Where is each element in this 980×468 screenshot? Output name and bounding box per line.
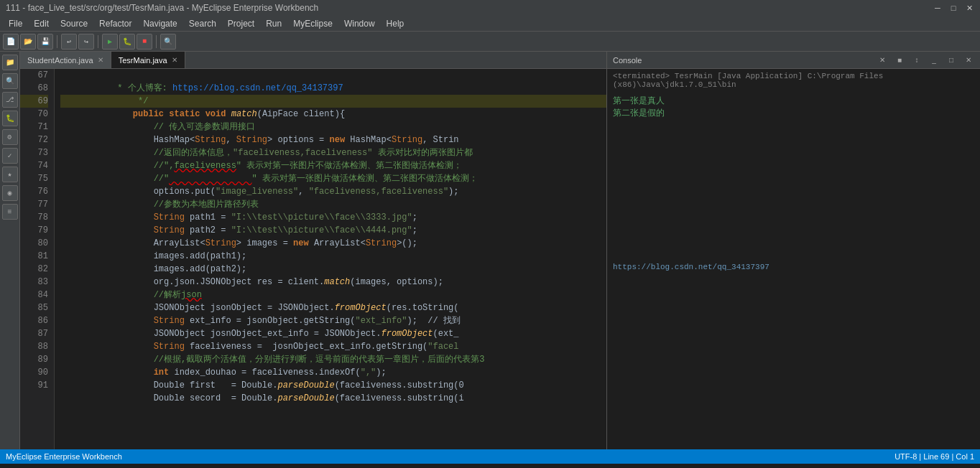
toolbar-debug[interactable]: 🐛 — [119, 34, 135, 50]
console-output-line1: 第一张是真人 — [613, 95, 974, 107]
menu-search[interactable]: Search — [183, 17, 222, 30]
console-close[interactable]: ✕ — [963, 55, 974, 66]
console-header: Console ✕ ■ ↕ _ □ ✕ — [607, 52, 980, 69]
tab-tesrmain[interactable]: TesrMain.java ✕ — [111, 52, 185, 68]
console-clear[interactable]: ✕ — [877, 55, 888, 66]
menu-source[interactable]: Source — [55, 17, 93, 30]
toolbar-sep3 — [156, 35, 157, 48]
code-line-67: * 个人博客: https://blog.csdn.net/qq_3413739… — [60, 69, 606, 82]
minimize-button[interactable]: ─ — [933, 3, 943, 13]
tab-close-studentaction[interactable]: ✕ — [98, 56, 103, 64]
console-url-area: https://blog.csdn.net/qq_34137397 — [613, 263, 974, 271]
close-button[interactable]: ✕ — [964, 3, 974, 13]
console-minimize[interactable]: _ — [928, 55, 940, 66]
editor-area: StudentAction.java ✕ TesrMain.java ✕ 67 … — [20, 52, 606, 449]
tab-label-tesrmain: TesrMain.java — [119, 56, 167, 65]
menu-project[interactable]: Project — [222, 17, 260, 30]
menu-myeclipse[interactable]: MyEclipse — [287, 17, 338, 30]
menu-window[interactable]: Window — [338, 17, 381, 30]
sidebar: 📁 🔍 ⎇ 🐛 ⚙ ✓ ★ ◉ ≡ — [0, 52, 20, 449]
toolbar-sep1 — [57, 35, 57, 48]
window-controls: ─ □ ✕ — [933, 3, 974, 13]
line-numbers: 67 68 69 70 71 72 73 74 75 76 77 78 79 8… — [20, 69, 55, 449]
sidebar-explorer[interactable]: 📁 — [2, 55, 18, 70]
console-stop[interactable]: ■ — [894, 55, 905, 66]
maximize-button[interactable]: □ — [948, 3, 958, 13]
console-terminated-text: <terminated> TesrMain [Java Application]… — [613, 72, 974, 89]
status-left: MyEclipse Enterprise Workbench — [6, 452, 122, 461]
main-area: 📁 🔍 ⎇ 🐛 ⚙ ✓ ★ ◉ ≡ StudentAction.java ✕ T… — [0, 52, 980, 449]
console-body: <terminated> TesrMain [Java Application]… — [607, 69, 980, 449]
toolbar-redo[interactable]: ↪ — [78, 34, 94, 50]
status-bar: MyEclipse Enterprise Workbench UTF-8 | L… — [0, 449, 980, 464]
sidebar-debug[interactable]: 🐛 — [2, 111, 18, 126]
toolbar-new[interactable]: 📄 — [3, 34, 19, 50]
console-output-area: 第一张是真人 第二张是假的 — [613, 95, 974, 119]
sidebar-extra1[interactable]: ◉ — [2, 185, 18, 201]
tab-label-studentaction: StudentAction.java — [27, 56, 93, 65]
sidebar-search[interactable]: 🔍 — [2, 73, 18, 89]
console-title: Console — [613, 56, 871, 65]
console-scroll[interactable]: ↕ — [911, 55, 923, 66]
sidebar-task[interactable]: ✓ — [2, 148, 18, 164]
code-content[interactable]: * 个人博客: https://blog.csdn.net/qq_3413739… — [55, 69, 606, 449]
menu-navigate[interactable]: Navigate — [137, 17, 182, 30]
tab-studentaction[interactable]: StudentAction.java ✕ — [20, 52, 111, 68]
sidebar-bookmark[interactable]: ★ — [2, 167, 18, 182]
sidebar-git[interactable]: ⎇ — [2, 92, 18, 108]
console-maximize[interactable]: □ — [946, 55, 957, 66]
sidebar-extra2[interactable]: ≡ — [2, 204, 18, 220]
toolbar-run[interactable]: ▶ — [102, 34, 118, 50]
toolbar: 📄 📂 💾 ↩ ↪ ▶ 🐛 ■ 🔍 — [0, 32, 980, 52]
status-right: UTF-8 | Line 69 | Col 1 — [895, 452, 974, 461]
window-title: 111 - face_Live_test/src/org/test/TesrMa… — [6, 3, 933, 13]
menu-bar: File Edit Source Refactor Navigate Searc… — [0, 16, 980, 32]
menu-edit[interactable]: Edit — [28, 17, 55, 30]
tab-close-tesrmain[interactable]: ✕ — [172, 56, 177, 64]
toolbar-stop[interactable]: ■ — [137, 34, 152, 50]
toolbar-open[interactable]: 📂 — [20, 34, 36, 50]
menu-file[interactable]: File — [3, 17, 28, 30]
toolbar-sep2 — [98, 35, 98, 48]
title-bar: 111 - face_Live_test/src/org/test/TesrMa… — [0, 0, 980, 16]
code-editor[interactable]: 67 68 69 70 71 72 73 74 75 76 77 78 79 8… — [20, 69, 606, 449]
sidebar-extensions[interactable]: ⚙ — [2, 129, 18, 145]
menu-run[interactable]: Run — [260, 17, 287, 30]
toolbar-undo[interactable]: ↩ — [61, 34, 77, 50]
console-output-line2: 第二张是假的 — [613, 107, 974, 119]
menu-help[interactable]: Help — [381, 17, 410, 30]
editor-tabs: StudentAction.java ✕ TesrMain.java ✕ — [20, 52, 606, 69]
toolbar-search[interactable]: 🔍 — [160, 34, 176, 50]
console-panel: Console ✕ ■ ↕ _ □ ✕ <terminated> TesrMai… — [606, 52, 980, 449]
menu-refactor[interactable]: Refactor — [93, 17, 137, 30]
toolbar-save[interactable]: 💾 — [37, 34, 53, 50]
console-url-text: https://blog.csdn.net/qq_34137397 — [613, 263, 974, 271]
